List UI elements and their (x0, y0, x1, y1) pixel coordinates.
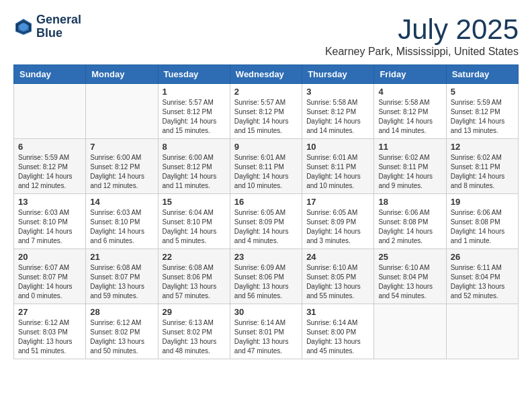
day-info: Sunrise: 6:01 AM Sunset: 8:11 PM Dayligh… (234, 153, 298, 191)
day-info: Sunrise: 6:12 AM Sunset: 8:02 PM Dayligh… (90, 318, 153, 356)
calendar-day-cell: 13Sunrise: 6:03 AM Sunset: 8:10 PM Dayli… (14, 194, 86, 249)
day-info: Sunrise: 6:12 AM Sunset: 8:03 PM Dayligh… (18, 318, 81, 356)
day-number: 4 (378, 87, 441, 97)
calendar-week-row: 27Sunrise: 6:12 AM Sunset: 8:03 PM Dayli… (14, 304, 519, 359)
day-info: Sunrise: 6:08 AM Sunset: 8:06 PM Dayligh… (163, 263, 226, 301)
day-number: 24 (306, 252, 369, 262)
calendar-day-cell: 25Sunrise: 6:10 AM Sunset: 8:04 PM Dayli… (374, 249, 446, 304)
calendar-day-cell: 19Sunrise: 6:06 AM Sunset: 8:08 PM Dayli… (446, 194, 518, 249)
calendar-day-cell: 23Sunrise: 6:09 AM Sunset: 8:06 PM Dayli… (230, 249, 302, 304)
calendar-header-row: SundayMondayTuesdayWednesdayThursdayFrid… (14, 65, 519, 84)
day-number: 18 (378, 197, 441, 207)
calendar-day-cell: 26Sunrise: 6:11 AM Sunset: 8:04 PM Dayli… (446, 249, 518, 304)
calendar-week-row: 1Sunrise: 5:57 AM Sunset: 8:12 PM Daylig… (14, 84, 519, 139)
calendar-day-cell: 22Sunrise: 6:08 AM Sunset: 8:06 PM Dayli… (158, 249, 230, 304)
day-info: Sunrise: 6:06 AM Sunset: 8:08 PM Dayligh… (451, 208, 514, 246)
calendar-table: SundayMondayTuesdayWednesdayThursdayFrid… (13, 64, 519, 359)
day-info: Sunrise: 6:09 AM Sunset: 8:06 PM Dayligh… (234, 263, 298, 301)
day-number: 10 (306, 142, 369, 152)
day-info: Sunrise: 6:10 AM Sunset: 8:04 PM Dayligh… (378, 263, 441, 301)
day-number: 6 (18, 142, 81, 152)
day-number: 21 (90, 252, 153, 262)
calendar-day-cell: 6Sunrise: 5:59 AM Sunset: 8:12 PM Daylig… (14, 139, 86, 194)
day-info: Sunrise: 6:05 AM Sunset: 8:09 PM Dayligh… (234, 208, 298, 246)
day-info: Sunrise: 6:02 AM Sunset: 8:11 PM Dayligh… (378, 153, 441, 191)
calendar-week-row: 6Sunrise: 5:59 AM Sunset: 8:12 PM Daylig… (14, 139, 519, 194)
day-number: 9 (234, 142, 298, 152)
day-info: Sunrise: 6:08 AM Sunset: 8:07 PM Dayligh… (90, 263, 153, 301)
calendar-day-cell: 12Sunrise: 6:02 AM Sunset: 8:11 PM Dayli… (446, 139, 518, 194)
calendar-day-cell: 1Sunrise: 5:57 AM Sunset: 8:12 PM Daylig… (158, 84, 230, 139)
calendar-day-cell: 10Sunrise: 6:01 AM Sunset: 8:11 PM Dayli… (302, 139, 374, 194)
weekday-header-friday: Friday (374, 65, 446, 84)
day-info: Sunrise: 6:10 AM Sunset: 8:05 PM Dayligh… (306, 263, 369, 301)
calendar-day-cell: 8Sunrise: 6:00 AM Sunset: 8:12 PM Daylig… (158, 139, 230, 194)
day-number: 5 (451, 87, 514, 97)
calendar-day-cell: 18Sunrise: 6:06 AM Sunset: 8:08 PM Dayli… (374, 194, 446, 249)
calendar-day-cell: 3Sunrise: 5:58 AM Sunset: 8:12 PM Daylig… (302, 84, 374, 139)
title-section: July 2025 Kearney Park, Mississippi, Uni… (325, 13, 519, 58)
day-info: Sunrise: 6:14 AM Sunset: 8:00 PM Dayligh… (306, 318, 369, 356)
calendar-day-cell (446, 304, 518, 359)
day-number: 20 (18, 252, 81, 262)
weekday-header-thursday: Thursday (302, 65, 374, 84)
day-info: Sunrise: 6:07 AM Sunset: 8:07 PM Dayligh… (18, 263, 81, 301)
day-number: 3 (306, 87, 369, 97)
day-info: Sunrise: 6:02 AM Sunset: 8:11 PM Dayligh… (451, 153, 514, 191)
day-info: Sunrise: 5:57 AM Sunset: 8:12 PM Dayligh… (234, 98, 298, 136)
day-info: Sunrise: 6:01 AM Sunset: 8:11 PM Dayligh… (306, 153, 369, 191)
logo-text: General Blue (36, 13, 81, 40)
calendar-day-cell: 29Sunrise: 6:13 AM Sunset: 8:02 PM Dayli… (158, 304, 230, 359)
day-number: 7 (90, 142, 153, 152)
calendar-day-cell (86, 84, 158, 139)
calendar-day-cell: 31Sunrise: 6:14 AM Sunset: 8:00 PM Dayli… (302, 304, 374, 359)
location: Kearney Park, Mississippi, United States (325, 46, 519, 58)
day-number: 17 (306, 197, 369, 207)
calendar-day-cell: 9Sunrise: 6:01 AM Sunset: 8:11 PM Daylig… (230, 139, 302, 194)
page-header: General Blue July 2025 Kearney Park, Mis… (13, 13, 519, 58)
day-info: Sunrise: 6:04 AM Sunset: 8:10 PM Dayligh… (163, 208, 226, 246)
day-info: Sunrise: 6:03 AM Sunset: 8:10 PM Dayligh… (18, 208, 81, 246)
day-info: Sunrise: 6:11 AM Sunset: 8:04 PM Dayligh… (451, 263, 514, 301)
calendar-day-cell: 16Sunrise: 6:05 AM Sunset: 8:09 PM Dayli… (230, 194, 302, 249)
day-info: Sunrise: 5:58 AM Sunset: 8:12 PM Dayligh… (306, 98, 369, 136)
day-number: 23 (234, 252, 298, 262)
day-info: Sunrise: 5:58 AM Sunset: 8:12 PM Dayligh… (378, 98, 441, 136)
calendar-day-cell: 2Sunrise: 5:57 AM Sunset: 8:12 PM Daylig… (230, 84, 302, 139)
month-title: July 2025 (325, 13, 519, 46)
calendar-day-cell (14, 84, 86, 139)
day-info: Sunrise: 6:05 AM Sunset: 8:09 PM Dayligh… (306, 208, 369, 246)
day-info: Sunrise: 5:57 AM Sunset: 8:12 PM Dayligh… (163, 98, 226, 136)
calendar-day-cell: 24Sunrise: 6:10 AM Sunset: 8:05 PM Dayli… (302, 249, 374, 304)
day-number: 26 (451, 252, 514, 262)
day-number: 30 (234, 307, 298, 317)
day-number: 25 (378, 252, 441, 262)
day-number: 15 (163, 197, 226, 207)
calendar-day-cell: 15Sunrise: 6:04 AM Sunset: 8:10 PM Dayli… (158, 194, 230, 249)
calendar-day-cell: 30Sunrise: 6:14 AM Sunset: 8:01 PM Dayli… (230, 304, 302, 359)
calendar-day-cell: 11Sunrise: 6:02 AM Sunset: 8:11 PM Dayli… (374, 139, 446, 194)
day-number: 31 (306, 307, 369, 317)
day-number: 13 (18, 197, 81, 207)
calendar-day-cell: 27Sunrise: 6:12 AM Sunset: 8:03 PM Dayli… (14, 304, 86, 359)
day-info: Sunrise: 6:03 AM Sunset: 8:10 PM Dayligh… (90, 208, 153, 246)
day-info: Sunrise: 6:13 AM Sunset: 8:02 PM Dayligh… (163, 318, 226, 356)
day-number: 28 (90, 307, 153, 317)
calendar-day-cell: 28Sunrise: 6:12 AM Sunset: 8:02 PM Dayli… (86, 304, 158, 359)
day-number: 29 (163, 307, 226, 317)
logo: General Blue (13, 13, 81, 40)
day-number: 11 (378, 142, 441, 152)
weekday-header-wednesday: Wednesday (230, 65, 302, 84)
day-info: Sunrise: 5:59 AM Sunset: 8:12 PM Dayligh… (18, 153, 81, 191)
day-number: 1 (163, 87, 226, 97)
weekday-header-sunday: Sunday (14, 65, 86, 84)
logo-icon (13, 17, 34, 37)
day-info: Sunrise: 5:59 AM Sunset: 8:12 PM Dayligh… (451, 98, 514, 136)
day-info: Sunrise: 6:00 AM Sunset: 8:12 PM Dayligh… (163, 153, 226, 191)
day-number: 2 (234, 87, 298, 97)
calendar-day-cell: 5Sunrise: 5:59 AM Sunset: 8:12 PM Daylig… (446, 84, 518, 139)
calendar-day-cell: 7Sunrise: 6:00 AM Sunset: 8:12 PM Daylig… (86, 139, 158, 194)
day-number: 12 (451, 142, 514, 152)
calendar-week-row: 13Sunrise: 6:03 AM Sunset: 8:10 PM Dayli… (14, 194, 519, 249)
day-number: 14 (90, 197, 153, 207)
